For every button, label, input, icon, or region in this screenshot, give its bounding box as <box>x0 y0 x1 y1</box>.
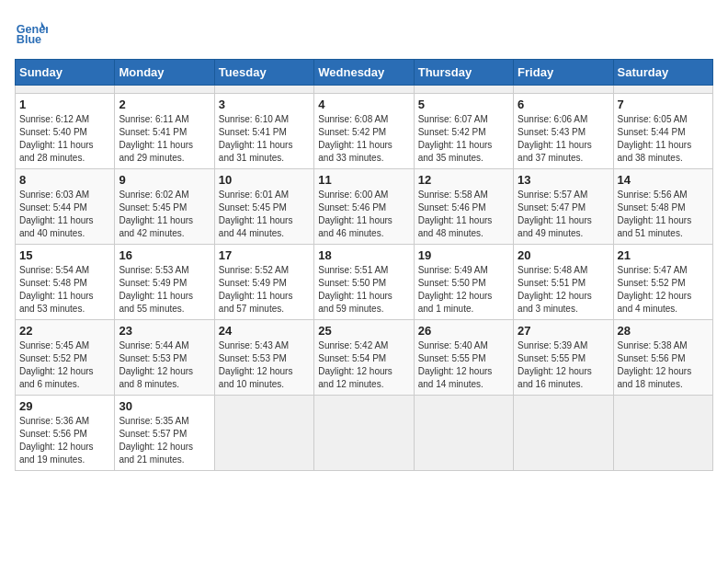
calendar-cell <box>16 86 115 94</box>
day-number: 20 <box>518 248 609 262</box>
day-info: Sunrise: 6:10 AM Sunset: 5:41 PM Dayligh… <box>219 113 310 165</box>
calendar-week-1: 1Sunrise: 6:12 AM Sunset: 5:40 PM Daylig… <box>16 94 713 169</box>
day-info: Sunrise: 5:57 AM Sunset: 5:47 PM Dayligh… <box>518 189 609 240</box>
calendar-cell: 20Sunrise: 5:48 AM Sunset: 5:51 PM Dayli… <box>514 245 613 320</box>
day-number: 29 <box>19 399 110 413</box>
calendar-cell: 30Sunrise: 5:35 AM Sunset: 5:57 PM Dayli… <box>115 396 214 471</box>
calendar-cell: 28Sunrise: 5:38 AM Sunset: 5:56 PM Dayli… <box>613 320 712 396</box>
calendar-cell: 10Sunrise: 6:01 AM Sunset: 5:45 PM Dayli… <box>214 169 313 245</box>
calendar-cell <box>314 86 414 94</box>
calendar-week-4: 22Sunrise: 5:45 AM Sunset: 5:52 PM Dayli… <box>16 320 713 396</box>
day-info: Sunrise: 6:01 AM Sunset: 5:45 PM Dayligh… <box>219 189 310 240</box>
day-info: Sunrise: 6:05 AM Sunset: 5:44 PM Dayligh… <box>618 113 709 165</box>
day-info: Sunrise: 5:54 AM Sunset: 5:48 PM Dayligh… <box>19 264 110 316</box>
day-info: Sunrise: 6:08 AM Sunset: 5:42 PM Dayligh… <box>318 113 409 165</box>
day-info: Sunrise: 5:45 AM Sunset: 5:52 PM Dayligh… <box>19 339 110 391</box>
day-info: Sunrise: 6:11 AM Sunset: 5:41 PM Dayligh… <box>119 113 210 165</box>
day-number: 9 <box>119 173 210 187</box>
calendar-cell <box>514 86 613 94</box>
day-info: Sunrise: 5:49 AM Sunset: 5:50 PM Dayligh… <box>418 264 509 316</box>
day-number: 27 <box>518 324 609 338</box>
day-info: Sunrise: 6:07 AM Sunset: 5:42 PM Dayligh… <box>418 113 509 165</box>
calendar-cell: 26Sunrise: 5:40 AM Sunset: 5:55 PM Dayli… <box>414 320 513 396</box>
day-number: 25 <box>318 324 409 338</box>
calendar-cell: 7Sunrise: 6:05 AM Sunset: 5:44 PM Daylig… <box>613 94 712 169</box>
day-number: 5 <box>418 98 509 111</box>
calendar-cell <box>115 86 214 94</box>
calendar-cell: 9Sunrise: 6:02 AM Sunset: 5:45 PM Daylig… <box>115 169 214 245</box>
calendar-week-2: 8Sunrise: 6:03 AM Sunset: 5:44 PM Daylig… <box>16 169 713 245</box>
calendar-cell <box>514 396 613 471</box>
day-info: Sunrise: 5:40 AM Sunset: 5:55 PM Dayligh… <box>418 339 509 391</box>
day-number: 17 <box>219 248 310 262</box>
day-info: Sunrise: 5:44 AM Sunset: 5:53 PM Dayligh… <box>119 339 210 391</box>
day-number: 28 <box>618 324 709 338</box>
calendar-cell: 5Sunrise: 6:07 AM Sunset: 5:42 PM Daylig… <box>414 94 513 169</box>
page-header: General Blue <box>15 15 713 48</box>
day-info: Sunrise: 5:39 AM Sunset: 5:55 PM Dayligh… <box>518 339 609 391</box>
weekday-saturday: Saturday <box>613 60 712 86</box>
day-info: Sunrise: 5:42 AM Sunset: 5:54 PM Dayligh… <box>318 339 409 391</box>
weekday-wednesday: Wednesday <box>314 60 414 86</box>
calendar-cell: 25Sunrise: 5:42 AM Sunset: 5:54 PM Dayli… <box>314 320 414 396</box>
day-number: 13 <box>518 173 609 187</box>
calendar-cell: 1Sunrise: 6:12 AM Sunset: 5:40 PM Daylig… <box>16 94 115 169</box>
day-info: Sunrise: 6:12 AM Sunset: 5:40 PM Dayligh… <box>19 113 110 165</box>
day-number: 30 <box>119 399 210 413</box>
calendar-week-3: 15Sunrise: 5:54 AM Sunset: 5:48 PM Dayli… <box>16 245 713 320</box>
calendar-cell <box>414 86 513 94</box>
day-number: 26 <box>418 324 509 338</box>
svg-text:Blue: Blue <box>17 33 41 46</box>
calendar-cell: 27Sunrise: 5:39 AM Sunset: 5:55 PM Dayli… <box>514 320 613 396</box>
weekday-tuesday: Tuesday <box>214 60 313 86</box>
weekday-friday: Friday <box>514 60 613 86</box>
calendar-cell <box>314 396 414 471</box>
day-number: 2 <box>119 98 210 111</box>
logo-icon: General Blue <box>15 15 48 48</box>
calendar-cell: 15Sunrise: 5:54 AM Sunset: 5:48 PM Dayli… <box>16 245 115 320</box>
calendar-cell <box>613 396 712 471</box>
day-info: Sunrise: 5:47 AM Sunset: 5:52 PM Dayligh… <box>618 264 709 316</box>
day-number: 18 <box>318 248 409 262</box>
calendar-cell: 23Sunrise: 5:44 AM Sunset: 5:53 PM Dayli… <box>115 320 214 396</box>
day-info: Sunrise: 5:58 AM Sunset: 5:46 PM Dayligh… <box>418 189 509 240</box>
day-info: Sunrise: 6:06 AM Sunset: 5:43 PM Dayligh… <box>518 113 609 165</box>
day-number: 8 <box>19 173 110 187</box>
weekday-thursday: Thursday <box>414 60 513 86</box>
calendar-cell: 8Sunrise: 6:03 AM Sunset: 5:44 PM Daylig… <box>16 169 115 245</box>
calendar-cell <box>414 396 513 471</box>
day-number: 19 <box>418 248 509 262</box>
calendar-cell: 4Sunrise: 6:08 AM Sunset: 5:42 PM Daylig… <box>314 94 414 169</box>
day-info: Sunrise: 5:38 AM Sunset: 5:56 PM Dayligh… <box>618 339 709 391</box>
day-number: 3 <box>219 98 310 111</box>
day-info: Sunrise: 6:00 AM Sunset: 5:46 PM Dayligh… <box>318 189 409 240</box>
day-number: 22 <box>19 324 110 338</box>
calendar-cell <box>214 86 313 94</box>
calendar-cell: 19Sunrise: 5:49 AM Sunset: 5:50 PM Dayli… <box>414 245 513 320</box>
day-number: 1 <box>19 98 110 111</box>
calendar-cell: 17Sunrise: 5:52 AM Sunset: 5:49 PM Dayli… <box>214 245 313 320</box>
day-info: Sunrise: 5:56 AM Sunset: 5:48 PM Dayligh… <box>618 189 709 240</box>
day-info: Sunrise: 5:48 AM Sunset: 5:51 PM Dayligh… <box>518 264 609 316</box>
calendar-cell: 24Sunrise: 5:43 AM Sunset: 5:53 PM Dayli… <box>214 320 313 396</box>
weekday-monday: Monday <box>115 60 214 86</box>
calendar-week-0 <box>16 86 713 94</box>
weekday-header-row: SundayMondayTuesdayWednesdayThursdayFrid… <box>16 60 713 86</box>
calendar-cell: 13Sunrise: 5:57 AM Sunset: 5:47 PM Dayli… <box>514 169 613 245</box>
calendar-cell <box>613 86 712 94</box>
day-info: Sunrise: 5:51 AM Sunset: 5:50 PM Dayligh… <box>318 264 409 316</box>
calendar-table: SundayMondayTuesdayWednesdayThursdayFrid… <box>15 59 713 471</box>
day-info: Sunrise: 5:53 AM Sunset: 5:49 PM Dayligh… <box>119 264 210 316</box>
day-number: 4 <box>318 98 409 111</box>
calendar-cell <box>214 396 313 471</box>
calendar-body: 1Sunrise: 6:12 AM Sunset: 5:40 PM Daylig… <box>16 86 713 471</box>
day-info: Sunrise: 6:03 AM Sunset: 5:44 PM Dayligh… <box>19 189 110 240</box>
day-number: 10 <box>219 173 310 187</box>
day-number: 21 <box>618 248 709 262</box>
day-info: Sunrise: 6:02 AM Sunset: 5:45 PM Dayligh… <box>119 189 210 240</box>
calendar-cell: 16Sunrise: 5:53 AM Sunset: 5:49 PM Dayli… <box>115 245 214 320</box>
day-number: 16 <box>119 248 210 262</box>
day-number: 12 <box>418 173 509 187</box>
calendar-cell: 6Sunrise: 6:06 AM Sunset: 5:43 PM Daylig… <box>514 94 613 169</box>
calendar-cell: 11Sunrise: 6:00 AM Sunset: 5:46 PM Dayli… <box>314 169 414 245</box>
